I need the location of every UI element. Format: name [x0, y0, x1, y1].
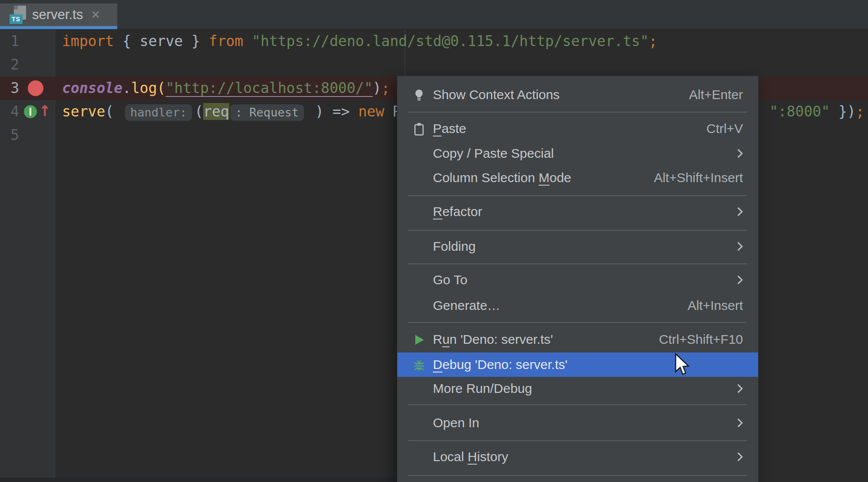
- menu-item-generate[interactable]: Generate… Alt+Insert: [397, 293, 758, 318]
- submenu-chevron-icon: [732, 416, 747, 430]
- active-tab-underline: [0, 26, 117, 29]
- shortcut-label: Ctrl+Shift+F10: [659, 332, 743, 347]
- menu-separator: [408, 322, 747, 323]
- code-line-4: serve( handler:(req: Request ) => new Re…: [62, 100, 453, 123]
- line-number-1[interactable]: 1: [0, 30, 19, 53]
- menu-item-open-in[interactable]: Open In: [397, 411, 758, 435]
- code-line-3: console.log("http://localhost:8000/");: [62, 76, 390, 100]
- menu-item-show-context-actions[interactable]: Show Context Actions Alt+Enter: [397, 83, 758, 107]
- run-gutter-icon[interactable]: ↑: [24, 105, 50, 118]
- kw-from: from: [209, 33, 252, 50]
- menu-separator: [408, 475, 747, 476]
- menu-item-refactor[interactable]: Refactor: [397, 199, 758, 224]
- submenu-chevron-icon: [732, 273, 747, 287]
- import-braces: { serve }: [122, 33, 209, 50]
- kw-new: new: [358, 103, 393, 120]
- typescript-file-icon: TS: [9, 5, 28, 25]
- mouse-pointer-icon: [674, 353, 691, 377]
- tab-title: server.ts: [32, 7, 83, 23]
- menu-item-local-history[interactable]: Local History: [397, 445, 758, 469]
- shortcut-label: Alt+Insert: [687, 298, 743, 313]
- close-tab-icon[interactable]: ✕: [91, 8, 100, 22]
- code-line-1: import { serve } from "https://deno.land…: [62, 30, 657, 53]
- menu-item-run-deno-server[interactable]: Run 'Deno: server.ts' Ctrl+Shift+F10: [397, 327, 758, 352]
- line-number-5[interactable]: 5: [0, 123, 19, 147]
- menu-item-debug-deno-server[interactable]: Debug 'Deno: server.ts': [397, 352, 758, 377]
- menu-separator: [408, 230, 747, 231]
- editor-context-menu: Show Context Actions Alt+Enter Paste Ctr…: [397, 76, 759, 482]
- menu-item-folding[interactable]: Folding: [397, 234, 758, 259]
- menu-item-copy-paste-special[interactable]: Copy / Paste Special: [397, 141, 758, 166]
- console-identifier: console: [62, 80, 122, 96]
- shortcut-label: Alt+Enter: [689, 87, 743, 102]
- line-number-2[interactable]: 2: [0, 53, 19, 76]
- port-string: ":8000": [769, 103, 830, 120]
- param-req-highlighted: req: [203, 103, 229, 120]
- menu-separator: [408, 440, 747, 441]
- serve-call: serve: [62, 103, 105, 120]
- navigate-up-arrow-icon: ↑: [39, 103, 51, 119]
- line-number-3[interactable]: 3: [0, 76, 19, 100]
- menu-separator: [408, 112, 747, 113]
- submenu-chevron-icon: [732, 381, 747, 396]
- code-line-4-tail: ":8000" });: [769, 100, 865, 123]
- submenu-chevron-icon: [732, 204, 747, 219]
- inlay-hint-handler[interactable]: handler:: [125, 104, 192, 121]
- editor-bottom-edge: [0, 478, 397, 482]
- menu-separator: [408, 263, 747, 264]
- breakpoint-icon[interactable]: [28, 80, 43, 96]
- editor-tab-bar: TS server.ts ✕: [0, 0, 868, 29]
- menu-separator: [408, 195, 747, 196]
- menu-item-column-selection-mode[interactable]: Column Selection Mode Alt+Shift+Insert: [397, 166, 758, 190]
- tab-server-ts[interactable]: TS server.ts ✕: [0, 3, 117, 26]
- ts-badge: TS: [10, 14, 23, 24]
- menu-item-go-to[interactable]: Go To: [397, 268, 758, 292]
- inlay-hint-request-type[interactable]: : Request: [230, 104, 304, 121]
- submenu-chevron-icon: [732, 449, 747, 464]
- menu-separator: [408, 404, 747, 405]
- debug-bug-icon: [412, 358, 426, 372]
- run-play-icon: [412, 333, 426, 347]
- lightbulb-icon: [412, 88, 426, 102]
- paste-clipboard-icon: [412, 122, 426, 136]
- shortcut-label: Alt+Shift+Insert: [654, 170, 743, 185]
- kw-import: import: [62, 33, 122, 50]
- submenu-chevron-icon: [732, 146, 747, 161]
- localhost-url-string[interactable]: "http://localhost:8000/": [165, 80, 373, 96]
- menu-item-paste[interactable]: Paste Ctrl+V: [397, 116, 758, 141]
- shortcut-label: Ctrl+V: [706, 121, 743, 136]
- ide-window: TS server.ts ✕ 1 2 3 4 5 ↑ import { serv…: [0, 0, 868, 482]
- menu-item-more-run-debug[interactable]: More Run/Debug: [397, 376, 758, 401]
- log-method: log: [131, 80, 157, 96]
- submenu-chevron-icon: [732, 239, 747, 254]
- line-number-4[interactable]: 4: [0, 100, 19, 123]
- import-url-string: "https://deno.land/std@0.115.1/http/serv…: [252, 33, 649, 50]
